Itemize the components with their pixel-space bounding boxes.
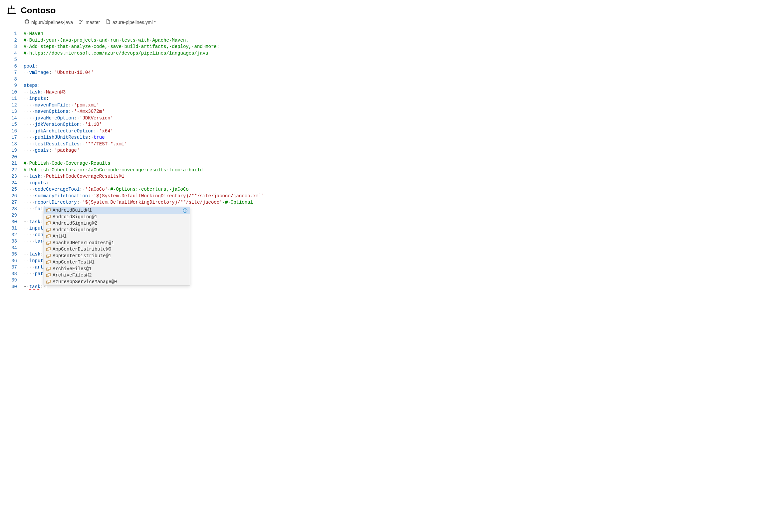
- line-number: 10: [9, 89, 17, 96]
- svg-rect-22: [48, 261, 50, 263]
- snippet-icon: [46, 241, 51, 245]
- breadcrumb-file[interactable]: azure-pipelines.yml *: [106, 19, 156, 25]
- line-number: 26: [9, 193, 17, 200]
- svg-rect-8: [48, 215, 50, 218]
- line-number: 25: [9, 186, 17, 193]
- svg-rect-6: [185, 209, 185, 210]
- line-number: 1: [9, 31, 17, 37]
- line-number: 35: [9, 251, 17, 258]
- autocomplete-label: AndroidSigning@3: [53, 227, 97, 234]
- line-number: 14: [9, 115, 17, 122]
- snippet-icon: [46, 221, 51, 226]
- autocomplete-label: AppCenterDistribute@0: [53, 246, 111, 253]
- line-number: 27: [9, 199, 17, 206]
- autocomplete-label: Ant@1: [53, 233, 67, 240]
- breadcrumb-repo-label: nigurr/pipelines-java: [31, 20, 73, 25]
- line-number: 23: [9, 173, 17, 180]
- svg-rect-5: [185, 210, 185, 211]
- svg-rect-16: [48, 241, 50, 244]
- autocomplete-item[interactable]: AppCenterTest@1: [44, 259, 190, 266]
- autocomplete-item[interactable]: ArchiveFiles@1: [44, 266, 190, 272]
- snippet-icon: [46, 208, 51, 213]
- autocomplete-label: AppCenterDistribute@1: [53, 253, 111, 260]
- autocomplete-item[interactable]: ApacheJMeterLoadTest@1: [44, 240, 190, 247]
- breadcrumb-branch[interactable]: master: [79, 19, 100, 25]
- snippet-icon: [46, 273, 51, 278]
- snippet-icon: [46, 228, 51, 232]
- line-number: 18: [9, 141, 17, 148]
- autocomplete-item[interactable]: AndroidSigning@2: [44, 220, 190, 227]
- line-number: 3: [9, 44, 17, 50]
- line-number: 37: [9, 264, 17, 271]
- info-icon[interactable]: [182, 208, 188, 213]
- snippet-icon: [46, 254, 51, 258]
- code-content[interactable]: #·Maven #·Build·your·Java·projects·and·r…: [20, 29, 767, 291]
- line-number: 22: [9, 167, 17, 174]
- code-editor[interactable]: 1234567891011121314151617181920212223242…: [7, 29, 767, 291]
- line-number: 16: [9, 128, 17, 135]
- svg-rect-1: [8, 13, 16, 14]
- line-number: 4: [9, 50, 17, 57]
- line-number: 33: [9, 238, 17, 245]
- autocomplete-item[interactable]: AndroidBuild@1: [44, 207, 190, 214]
- svg-rect-14: [48, 235, 50, 237]
- svg-rect-10: [48, 222, 50, 224]
- autocomplete-label: AzureAppServiceManage@0: [53, 279, 117, 285]
- breadcrumb-branch-label: master: [86, 20, 100, 25]
- line-number: 30: [9, 219, 17, 226]
- line-number: 13: [9, 108, 17, 115]
- file-icon: [106, 19, 110, 25]
- line-number: 28: [9, 206, 17, 213]
- svg-rect-26: [48, 273, 50, 276]
- autocomplete-popup[interactable]: AndroidBuild@1AndroidSigning@1AndroidSig…: [44, 207, 190, 285]
- line-number: 9: [9, 83, 17, 89]
- org-title: Contoso: [21, 5, 56, 16]
- line-number: 6: [9, 63, 17, 70]
- autocomplete-label: AndroidBuild@1: [53, 207, 92, 214]
- line-number: 24: [9, 180, 17, 187]
- autocomplete-item[interactable]: AzureAppServiceManage@0: [44, 279, 190, 285]
- line-number: 31: [9, 225, 17, 232]
- autocomplete-label: ArchiveFiles@2: [53, 272, 92, 279]
- snippet-icon: [46, 279, 51, 284]
- org-logo-icon: [7, 5, 17, 16]
- line-number: 17: [9, 134, 17, 141]
- snippet-icon: [46, 215, 51, 219]
- autocomplete-item[interactable]: AppCenterDistribute@0: [44, 246, 190, 253]
- breadcrumb-repo[interactable]: nigurr/pipelines-java: [25, 19, 73, 25]
- autocomplete-label: AndroidSigning@1: [53, 214, 97, 221]
- autocomplete-item[interactable]: Ant@1: [44, 233, 190, 240]
- line-number: 5: [9, 57, 17, 63]
- line-number: 7: [9, 70, 17, 76]
- snippet-icon: [46, 247, 51, 252]
- line-number: 2: [9, 37, 17, 44]
- snippet-icon: [46, 260, 51, 265]
- line-number-gutter: 1234567891011121314151617181920212223242…: [7, 29, 20, 291]
- autocomplete-label: AppCenterTest@1: [53, 259, 95, 266]
- autocomplete-item[interactable]: AndroidSigning@3: [44, 227, 190, 234]
- autocomplete-label: ArchiveFiles@1: [53, 266, 92, 272]
- autocomplete-item[interactable]: AndroidSigning@1: [44, 214, 190, 221]
- line-number: 38: [9, 271, 17, 277]
- line-number: 20: [9, 154, 17, 161]
- autocomplete-item[interactable]: AppCenterDistribute@1: [44, 253, 190, 260]
- github-icon: [25, 19, 29, 25]
- line-number: 32: [9, 232, 17, 239]
- line-number: 8: [9, 76, 17, 83]
- line-number: 39: [9, 277, 17, 284]
- svg-rect-24: [48, 267, 50, 269]
- line-number: 29: [9, 212, 17, 219]
- autocomplete-item[interactable]: ArchiveFiles@2: [44, 272, 190, 279]
- line-number: 36: [9, 258, 17, 265]
- autocomplete-label: ApacheJMeterLoadTest@1: [53, 240, 114, 247]
- breadcrumb: nigurr/pipelines-java master azure-pipel…: [0, 18, 767, 29]
- line-number: 11: [9, 95, 17, 102]
- line-number: 12: [9, 102, 17, 109]
- breadcrumb-file-label: azure-pipelines.yml *: [112, 20, 156, 25]
- autocomplete-label: AndroidSigning@2: [53, 220, 97, 227]
- line-number: 15: [9, 121, 17, 128]
- line-number: 34: [9, 245, 17, 252]
- line-number: 19: [9, 147, 17, 154]
- branch-icon: [79, 19, 84, 25]
- svg-rect-3: [48, 209, 50, 211]
